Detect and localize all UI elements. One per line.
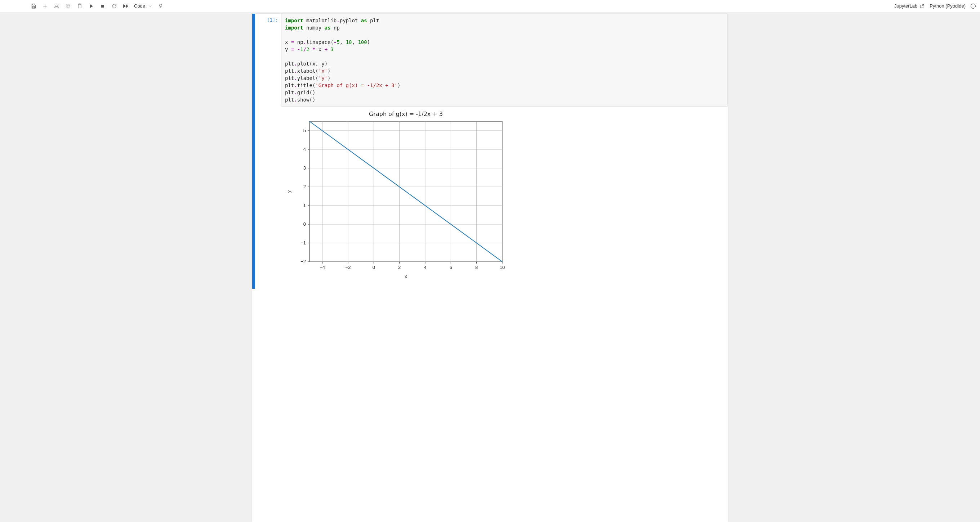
svg-text:−2: −2: [345, 265, 351, 270]
svg-text:2: 2: [303, 184, 306, 189]
output-active-gutter: [252, 106, 255, 289]
workspace: [1]: import matplotlib.pyplot as plt imp…: [0, 12, 980, 522]
code-cell[interactable]: [1]: import matplotlib.pyplot as plt imp…: [252, 14, 728, 106]
svg-text:−4: −4: [320, 265, 325, 270]
kernel-switcher[interactable]: Python (Pyodide): [929, 3, 966, 9]
kernel-label: Python (Pyodide): [929, 3, 966, 9]
svg-text:x: x: [405, 274, 407, 279]
svg-text:4: 4: [424, 265, 426, 270]
execution-prompt: [1]:: [255, 14, 281, 106]
svg-text:−2: −2: [301, 259, 306, 264]
interrupt-icon[interactable]: [99, 3, 106, 10]
chevron-down-icon: [148, 4, 153, 8]
jupyterlab-label: JupyterLab: [894, 3, 917, 9]
svg-text:4: 4: [303, 146, 306, 152]
cell-type-dropdown[interactable]: Code: [134, 3, 153, 9]
restart-run-all-icon[interactable]: [123, 3, 129, 10]
cell-active-gutter: [252, 14, 255, 106]
svg-text:y: y: [286, 190, 291, 193]
svg-text:0: 0: [303, 221, 306, 227]
copy-icon[interactable]: [65, 3, 72, 10]
svg-text:2: 2: [398, 265, 401, 270]
render-preview-icon[interactable]: [158, 3, 164, 10]
toolbar-left: Code: [30, 3, 164, 10]
svg-text:Graph of g(x) = -1/2x + 3: Graph of g(x) = -1/2x + 3: [369, 111, 443, 117]
cell-type-label: Code: [134, 3, 145, 9]
svg-text:8: 8: [475, 265, 478, 270]
svg-rect-7: [102, 5, 104, 7]
run-icon[interactable]: [88, 3, 94, 10]
svg-text:1: 1: [303, 203, 306, 208]
output-row: Graph of g(x) = -1/2x + 3−4−20246810−2−1…: [252, 106, 728, 289]
code-editor[interactable]: import matplotlib.pyplot as plt import n…: [281, 14, 728, 106]
insert-cell-icon[interactable]: [42, 3, 48, 10]
svg-text:3: 3: [303, 165, 306, 171]
cell-content: import matplotlib.pyplot as plt import n…: [281, 14, 728, 106]
svg-rect-3: [67, 5, 70, 8]
open-jupyterlab-link[interactable]: JupyterLab: [894, 3, 924, 9]
svg-text:10: 10: [500, 265, 505, 270]
svg-rect-4: [66, 4, 69, 7]
notebook: [1]: import matplotlib.pyplot as plt imp…: [252, 14, 728, 522]
kernel-status-icon[interactable]: [970, 3, 976, 9]
cut-icon[interactable]: [53, 3, 60, 10]
svg-text:−1: −1: [301, 240, 306, 246]
line-chart: Graph of g(x) = -1/2x + 3−4−20246810−2−1…: [282, 109, 513, 281]
svg-rect-0: [32, 6, 34, 8]
svg-text:6: 6: [450, 265, 452, 270]
svg-point-2: [57, 6, 58, 8]
output-prompt: [255, 106, 281, 289]
toolbar-right: JupyterLab Python (Pyodide): [894, 3, 976, 9]
svg-text:0: 0: [372, 265, 375, 270]
save-icon[interactable]: [30, 3, 37, 10]
external-link-icon: [920, 3, 924, 9]
notebook-toolbar: Code JupyterLab Python (Pyodide): [0, 0, 980, 12]
svg-point-8: [160, 4, 162, 6]
restart-icon[interactable]: [111, 3, 118, 10]
svg-point-1: [55, 6, 56, 8]
paste-icon[interactable]: [76, 3, 83, 10]
svg-text:5: 5: [303, 128, 306, 133]
plot-output: Graph of g(x) = -1/2x + 3−4−20246810−2−1…: [281, 106, 728, 289]
